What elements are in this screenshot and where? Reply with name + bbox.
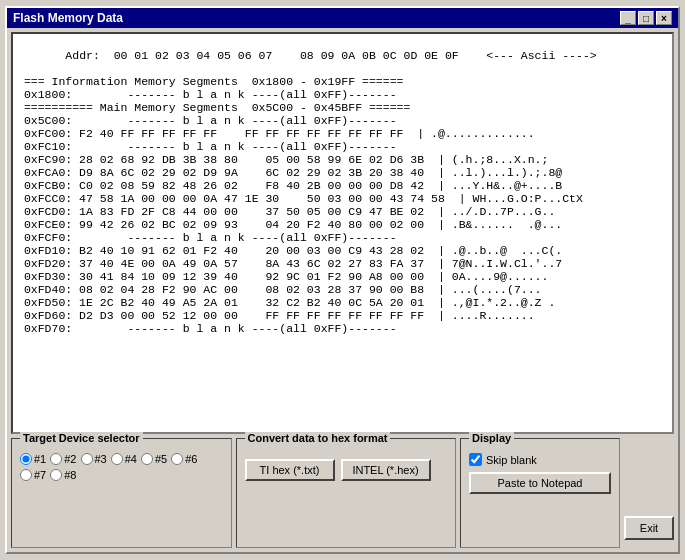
convert-buttons: TI hex (*.txt) INTEL (*.hex) xyxy=(245,459,448,481)
hex-line: 0xFCC0: 47 58 1A 00 00 00 0A 47 1E 30 50… xyxy=(17,192,668,205)
bottom-panel: Target Device selector #1#2#3#4#5#6#7#8 … xyxy=(11,438,674,548)
target-radio-item-6: #6 xyxy=(171,453,197,465)
target-radio-6[interactable] xyxy=(171,453,183,465)
hex-display[interactable]: Addr: 00 01 02 03 04 05 06 07 08 09 0A 0… xyxy=(11,32,674,434)
target-radio-item-5: #5 xyxy=(141,453,167,465)
skip-blank-row: Skip blank xyxy=(469,453,611,466)
target-radio-row: #1#2#3#4#5#6#7#8 xyxy=(20,453,223,481)
target-radio-item-2: #2 xyxy=(50,453,76,465)
target-label-1: #1 xyxy=(34,453,46,465)
skip-blank-label: Skip blank xyxy=(486,454,537,466)
hex-line: === Information Memory Segments 0x1800 -… xyxy=(17,75,668,88)
target-label-3: #3 xyxy=(95,453,107,465)
window-title: Flash Memory Data xyxy=(13,11,123,25)
hex-line: 0xFD40: 08 02 04 28 F2 90 AC 00 08 02 03… xyxy=(17,283,668,296)
intel-hex-button[interactable]: INTEL (*.hex) xyxy=(341,459,431,481)
target-radio-5[interactable] xyxy=(141,453,153,465)
target-radio-3[interactable] xyxy=(81,453,93,465)
hex-line: 0xFD30: 30 41 84 10 09 12 39 40 92 9C 01… xyxy=(17,270,668,283)
hex-line: 0xFD20: 37 40 4E 00 0A 49 0A 57 8A 43 6C… xyxy=(17,257,668,270)
hex-line: 0xFCB0: C0 02 08 59 82 48 26 02 F8 40 2B… xyxy=(17,179,668,192)
ti-hex-button[interactable]: TI hex (*.txt) xyxy=(245,459,335,481)
paste-to-notepad-button[interactable]: Paste to Notepad xyxy=(469,472,611,494)
title-bar-buttons: _ □ × xyxy=(620,11,672,25)
target-label-7: #7 xyxy=(34,469,46,481)
hex-line: 0xFC00: F2 40 FF FF FF FF FF FF FF FF FF… xyxy=(17,127,668,140)
title-bar: Flash Memory Data _ □ × xyxy=(7,8,678,28)
convert-label: Convert data to hex format xyxy=(245,432,391,444)
target-radio-item-8: #8 xyxy=(50,469,76,481)
display-group: Display Skip blank Paste to Notepad xyxy=(460,438,620,548)
target-label-5: #5 xyxy=(155,453,167,465)
target-label-4: #4 xyxy=(125,453,137,465)
convert-group: Convert data to hex format TI hex (*.txt… xyxy=(236,438,457,548)
target-device-label: Target Device selector xyxy=(20,432,143,444)
target-radio-7[interactable] xyxy=(20,469,32,481)
target-label-8: #8 xyxy=(64,469,76,481)
hex-line: 0xFC10: ------- b l a n k ----(all 0xFF)… xyxy=(17,140,668,153)
hex-line: 0xFCE0: 99 42 26 02 BC 02 09 93 04 20 F2… xyxy=(17,218,668,231)
hex-line: ========== Main Memory Segments 0x5C00 -… xyxy=(17,101,668,114)
target-device-group: Target Device selector #1#2#3#4#5#6#7#8 xyxy=(11,438,232,548)
close-button[interactable]: × xyxy=(656,11,672,25)
main-window: Flash Memory Data _ □ × Addr: 00 01 02 0… xyxy=(5,6,680,554)
hex-line: 0xFD50: 1E 2C B2 40 49 A5 2A 01 32 C2 B2… xyxy=(17,296,668,309)
hex-line: 0xFCD0: 1A 83 FD 2F C8 44 00 00 37 50 05… xyxy=(17,205,668,218)
hex-line: 0xFD70: ------- b l a n k ----(all 0xFF)… xyxy=(17,322,668,335)
target-radio-item-1: #1 xyxy=(20,453,46,465)
target-label-6: #6 xyxy=(185,453,197,465)
maximize-button[interactable]: □ xyxy=(638,11,654,25)
target-radio-item-3: #3 xyxy=(81,453,107,465)
hex-line: 0x5C00: ------- b l a n k ----(all 0xFF)… xyxy=(17,114,668,127)
content-area: Addr: 00 01 02 03 04 05 06 07 08 09 0A 0… xyxy=(7,28,678,552)
hex-line: 0xFD60: D2 D3 00 00 52 12 00 00 FF FF FF… xyxy=(17,309,668,322)
minimize-button[interactable]: _ xyxy=(620,11,636,25)
target-radio-item-7: #7 xyxy=(20,469,46,481)
hex-line: 0xFD10: B2 40 10 91 62 01 F2 40 20 00 03… xyxy=(17,244,668,257)
target-radio-2[interactable] xyxy=(50,453,62,465)
target-radio-item-4: #4 xyxy=(111,453,137,465)
display-label: Display xyxy=(469,432,514,444)
exit-button[interactable]: Exit xyxy=(624,516,674,540)
hex-header: Addr: 00 01 02 03 04 05 06 07 08 09 0A 0… xyxy=(58,49,596,62)
hex-line: 0x1800: ------- b l a n k ----(all 0xFF)… xyxy=(17,88,668,101)
target-radio-4[interactable] xyxy=(111,453,123,465)
exit-area: Exit xyxy=(624,438,674,548)
skip-blank-checkbox[interactable] xyxy=(469,453,482,466)
hex-line: 0xFCA0: D9 8A 6C 02 29 02 D9 9A 6C 02 29… xyxy=(17,166,668,179)
hex-line: 0xFCF0: ------- b l a n k ----(all 0xFF)… xyxy=(17,231,668,244)
target-radio-1[interactable] xyxy=(20,453,32,465)
target-label-2: #2 xyxy=(64,453,76,465)
hex-lines-container: === Information Memory Segments 0x1800 -… xyxy=(17,75,668,335)
target-radio-8[interactable] xyxy=(50,469,62,481)
hex-line: 0xFC90: 28 02 68 92 DB 3B 38 80 05 00 58… xyxy=(17,153,668,166)
